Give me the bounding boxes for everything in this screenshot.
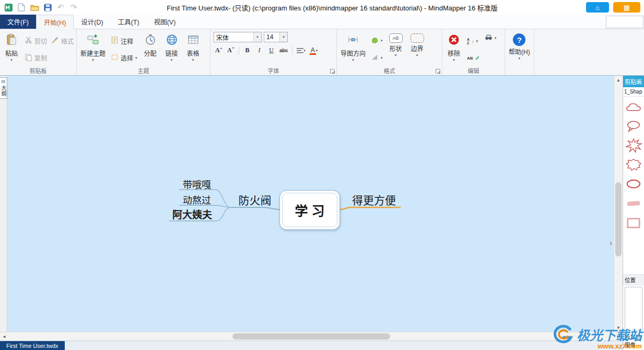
document-tab[interactable]: First Time User.twdx — [0, 341, 65, 350]
workspace: ▤ 大纲 带哦嘎 动熬过 阿大姨夫 防火阀 得更方便 学习 — [0, 76, 644, 350]
vertical-scroll-thumb[interactable] — [615, 182, 622, 256]
paste-dropdown-caret[interactable]: ▾ — [10, 59, 13, 62]
search-input[interactable] — [606, 16, 643, 28]
boundary-button[interactable]: 边界 ▾ — [407, 31, 427, 67]
scroll-up-arrow[interactable]: ▲ — [614, 76, 623, 84]
font-size-select[interactable]: 14 ▾ — [264, 32, 288, 42]
font-color-button[interactable]: A▾ — [309, 45, 319, 55]
group-label-clipboard: 剪贴板 — [0, 66, 76, 75]
table-button[interactable]: 表格 ▾ — [183, 31, 203, 67]
paste-button[interactable]: 粘贴 ▾ — [2, 31, 21, 67]
select-dropdown-caret[interactable]: ▾ — [135, 56, 137, 60]
font-dialog-launcher[interactable] — [330, 69, 335, 74]
binoculars-icon — [485, 33, 493, 43]
central-topic[interactable]: 学习 — [279, 190, 340, 230]
left-dock: ▤ 大纲 — [0, 76, 7, 332]
font-family-caret[interactable]: ▾ — [253, 32, 261, 42]
note-button[interactable]: 注释 — [109, 35, 139, 46]
alignment-button[interactable]: ▾ — [296, 45, 307, 55]
tab-view[interactable]: 视图(V) — [147, 15, 183, 29]
hyperlink-button[interactable]: 链接 ▾ — [162, 31, 182, 67]
table-dropdown-caret[interactable]: ▾ — [192, 59, 194, 62]
new-topic-dropdown-caret[interactable]: ▾ — [92, 59, 94, 62]
shape-button[interactable]: AB 形状 ▾ — [386, 31, 406, 67]
shrink-font-button[interactable]: A▾ — [226, 45, 236, 55]
clipart-brush-stroke-shape[interactable] — [624, 195, 643, 212]
outline-panel-tab[interactable]: ▤ 大纲 — [0, 77, 7, 99]
save-icon[interactable] — [43, 3, 52, 12]
panel-collapse-arrow[interactable]: › — [610, 239, 612, 247]
scroll-left-arrow[interactable]: ◄ — [0, 332, 8, 341]
font-family-select[interactable]: 宋体 ▾ — [214, 32, 262, 42]
font-size-caret[interactable]: ▾ — [279, 32, 287, 42]
redo-icon[interactable]: ↷ — [69, 3, 78, 12]
store-promo-button[interactable]: ▦ — [613, 2, 640, 13]
boundary-dropdown-caret[interactable]: ▾ — [416, 54, 418, 57]
format-painter-button[interactable]: 格式 — [50, 35, 75, 46]
strikethrough-button[interactable]: abc — [278, 45, 289, 55]
vertical-scrollbar[interactable]: ▲ ▼ — [614, 76, 623, 332]
remove-dropdown-caret[interactable]: ▾ — [453, 59, 455, 62]
clipart-starburst-shape[interactable] — [624, 137, 643, 154]
map-direction-button[interactable]: 导图方向 ▾ — [338, 31, 368, 67]
format-dialog-launcher[interactable] — [436, 69, 440, 74]
topic-right-branch[interactable]: 得更方便 — [345, 192, 403, 207]
map-canvas[interactable]: 带哦嘎 动熬过 阿大姨夫 防火阀 得更方便 学习 › — [7, 76, 614, 332]
topic-leaf[interactable]: 带哦嘎 — [179, 177, 215, 191]
open-folder-icon[interactable] — [30, 3, 39, 12]
tab-home[interactable]: 开始(H) — [36, 15, 74, 29]
underline-button[interactable]: U — [266, 45, 276, 55]
tab-file[interactable]: 文件(F) — [0, 15, 36, 29]
clipart-frame-shape[interactable] — [624, 215, 643, 231]
scroll-right-arrow[interactable]: ► — [614, 332, 623, 341]
italic-button[interactable]: I — [254, 45, 264, 55]
clipart-set-selector[interactable]: 1_Shap — [623, 87, 644, 97]
map-direction-caret[interactable]: ▾ — [352, 59, 354, 62]
horizontal-scrollbar[interactable]: ◄ ► — [0, 332, 623, 341]
home-promo-button[interactable]: ⌂ — [586, 2, 609, 13]
clipart-panel: 剪贴画 1_Shap 位置 — [623, 76, 644, 350]
cut-button[interactable]: 剪切 — [23, 35, 49, 46]
bold-button[interactable]: B — [242, 45, 252, 55]
central-topic-label: 学习 — [295, 201, 328, 219]
clipart-speech-bubble-shape[interactable] — [624, 118, 643, 135]
select-button[interactable]: 选择 ▾ — [109, 52, 139, 64]
line-taper-icon — [371, 53, 379, 63]
spellcheck-button[interactable]: AB ✓ — [465, 54, 482, 63]
help-button[interactable]: ? 帮助(H) ▾ — [507, 31, 532, 67]
topic-leaf[interactable]: 阿大姨夫 — [168, 207, 216, 221]
sort-button[interactable]: AZ ↓ ▾ — [465, 37, 482, 46]
map-direction-icon — [347, 33, 359, 48]
new-topic-button[interactable]: 新建主题 ▾ — [78, 31, 108, 67]
ribbon: 粘贴 ▾ 剪切 格式 复制 剪贴板 — [0, 29, 644, 76]
table-icon — [187, 33, 200, 48]
horizontal-scroll-track[interactable] — [8, 332, 614, 341]
fill-color-button[interactable]: ▾ — [369, 35, 384, 46]
horizontal-scroll-thumb[interactable] — [232, 333, 390, 340]
clipart-spiky-bubble-shape[interactable] — [624, 157, 643, 173]
clipart-panel-header[interactable]: 剪贴画 — [623, 76, 644, 87]
shape-dropdown-caret[interactable]: ▾ — [395, 54, 397, 57]
topic-left-branch[interactable]: 防火阀 — [230, 192, 280, 207]
link-dropdown-caret[interactable]: ▾ — [171, 59, 173, 62]
position-preview[interactable] — [625, 287, 642, 331]
help-dropdown-caret[interactable]: ▾ — [519, 57, 521, 60]
grow-font-button[interactable]: A▴ — [214, 45, 224, 55]
assign-button[interactable]: 分配 — [140, 31, 160, 67]
clipart-cloud-shape[interactable] — [624, 99, 643, 115]
undo-icon[interactable]: ↶ — [56, 3, 65, 12]
scroll-down-arrow[interactable]: ▼ — [614, 323, 623, 332]
copy-button[interactable]: 复制 — [23, 52, 75, 64]
topic-leaf[interactable]: 动熬过 — [179, 193, 215, 206]
ribbon-filler — [534, 29, 644, 75]
new-document-icon[interactable] — [17, 3, 26, 12]
position-label: 位置 — [623, 274, 644, 285]
find-button[interactable]: ▾ — [483, 32, 498, 44]
line-style-button[interactable]: ▾ — [369, 52, 384, 64]
vertical-scroll-track[interactable] — [614, 84, 623, 323]
clipart-oval-scribble-shape[interactable] — [624, 176, 643, 193]
new-topic-icon — [87, 33, 99, 48]
tab-tools[interactable]: 工具(T) — [111, 15, 147, 29]
tab-design[interactable]: 设计(D) — [74, 15, 110, 29]
remove-button[interactable]: 移除 ▾ — [444, 31, 464, 67]
